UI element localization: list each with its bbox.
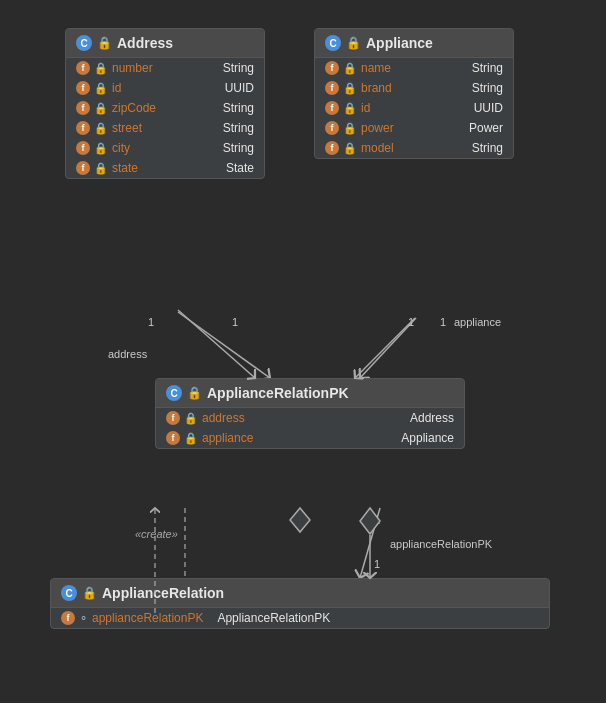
- appliancerelation-class-header: C 🔒 ApplianceRelation: [51, 579, 549, 608]
- field-name-addr: address: [202, 411, 257, 425]
- mult-label-1b: 1: [232, 316, 238, 328]
- lock-icon: 🔒: [184, 412, 198, 425]
- field-name-name: name: [361, 61, 416, 75]
- field-type-id: UUID: [225, 81, 254, 95]
- arpk-field-appliance: f 🔒 appliance Appliance: [156, 428, 464, 448]
- appliance-class-name: Appliance: [366, 35, 433, 51]
- appliance-field-name: f 🔒 name String: [315, 58, 513, 78]
- class-icon-address: C: [76, 35, 92, 51]
- field-type-addr: Address: [410, 411, 454, 425]
- field-name-power: power: [361, 121, 416, 135]
- appliance-rel-label: appliance: [454, 316, 501, 328]
- field-type-power: Power: [469, 121, 503, 135]
- address-class-header: C 🔒 Address: [66, 29, 264, 58]
- field-icon-f: f: [76, 141, 90, 155]
- appliance-field-model: f 🔒 model String: [315, 138, 513, 158]
- svg-line-8: [355, 318, 415, 378]
- field-icon-f: f: [61, 611, 75, 625]
- lock-icon: 🔒: [94, 122, 108, 135]
- appliance-field-power: f 🔒 power Power: [315, 118, 513, 138]
- address-field-city: f 🔒 city String: [66, 138, 264, 158]
- field-icon-f: f: [76, 101, 90, 115]
- appliance-field-brand: f 🔒 brand String: [315, 78, 513, 98]
- field-name-arpk: applianceRelationPK: [92, 611, 203, 625]
- field-name-model: model: [361, 141, 416, 155]
- field-name-city: city: [112, 141, 167, 155]
- field-icon-f: f: [76, 81, 90, 95]
- field-icon-f: f: [325, 141, 339, 155]
- lock-icon: 🔒: [343, 82, 357, 95]
- field-icon-f: f: [325, 61, 339, 75]
- appliance-class-box: C 🔒 Appliance f 🔒 name String f 🔒 brand …: [314, 28, 514, 159]
- arpk-rel-label: applianceRelationPK: [390, 538, 492, 550]
- lock-icon: 🔒: [184, 432, 198, 445]
- ar-field-arpk: f ⚬ applianceRelationPK ApplianceRelatio…: [51, 608, 549, 628]
- field-type-name: String: [472, 61, 503, 75]
- svg-line-7: [178, 310, 255, 378]
- field-type-city: String: [223, 141, 254, 155]
- field-icon-f: f: [325, 81, 339, 95]
- svg-marker-5: [290, 508, 310, 532]
- field-type-brand: String: [472, 81, 503, 95]
- field-icon-f: f: [76, 61, 90, 75]
- class-icon-arpk: C: [166, 385, 182, 401]
- address-class-name: Address: [117, 35, 173, 51]
- class-icon-ar: C: [61, 585, 77, 601]
- mult-label-1c: 1: [408, 316, 414, 328]
- appliancerelationpk-class-box: C 🔒 ApplianceRelationPK f 🔒 address Addr…: [155, 378, 465, 449]
- green-icon-ar: 🔒: [82, 586, 97, 600]
- field-name-id: id: [112, 81, 167, 95]
- field-icon-f: f: [166, 411, 180, 425]
- field-type-zipcode: String: [223, 101, 254, 115]
- green-icon-appliance: 🔒: [346, 36, 361, 50]
- appliance-class-header: C 🔒 Appliance: [315, 29, 513, 58]
- svg-line-1: [178, 312, 270, 378]
- field-name-street: street: [112, 121, 167, 135]
- mult-label-1a: 1: [148, 316, 154, 328]
- lock-icon: 🔒: [94, 62, 108, 75]
- field-type-number: String: [223, 61, 254, 75]
- field-type-model: String: [472, 141, 503, 155]
- field-type-id-appl: UUID: [474, 101, 503, 115]
- class-icon-appliance: C: [325, 35, 341, 51]
- mult-label-1d: 1: [440, 316, 446, 328]
- address-field-zipcode: f 🔒 zipCode String: [66, 98, 264, 118]
- appliancerelationpk-class-header: C 🔒 ApplianceRelationPK: [156, 379, 464, 408]
- field-name-appl: appliance: [202, 431, 257, 445]
- field-name-brand: brand: [361, 81, 416, 95]
- open-circle-icon: ⚬: [79, 612, 88, 625]
- lock-icon: 🔒: [343, 142, 357, 155]
- mult-label-1e: 1: [374, 514, 380, 526]
- field-type-street: String: [223, 121, 254, 135]
- field-type-appl: Appliance: [401, 431, 454, 445]
- address-field-state: f 🔒 state State: [66, 158, 264, 178]
- address-field-number: f 🔒 number String: [66, 58, 264, 78]
- lock-icon: 🔒: [343, 102, 357, 115]
- field-icon-f: f: [76, 121, 90, 135]
- lock-icon: 🔒: [94, 142, 108, 155]
- field-icon-f: f: [166, 431, 180, 445]
- lock-icon: 🔒: [94, 162, 108, 175]
- field-icon-f: f: [325, 121, 339, 135]
- field-name-state: state: [112, 161, 167, 175]
- appliancerelation-class-name: ApplianceRelation: [102, 585, 224, 601]
- diagram-canvas: C 🔒 Address f 🔒 number String f 🔒 id UUI…: [0, 0, 606, 703]
- green-icon-address: 🔒: [97, 36, 112, 50]
- create-stereotype-label: «create»: [135, 528, 178, 540]
- address-rel-label: address: [108, 348, 147, 360]
- appliancerelation-class-box: C 🔒 ApplianceRelation f ⚬ applianceRelat…: [50, 578, 550, 629]
- lock-icon: 🔒: [94, 102, 108, 115]
- arpk-field-address: f 🔒 address Address: [156, 408, 464, 428]
- field-type-arpk: ApplianceRelationPK: [217, 611, 330, 625]
- field-icon-f: f: [76, 161, 90, 175]
- field-icon-f: f: [325, 101, 339, 115]
- field-name-zipcode: zipCode: [112, 101, 167, 115]
- field-name-number: number: [112, 61, 167, 75]
- address-field-street: f 🔒 street String: [66, 118, 264, 138]
- appliancerelationpk-class-name: ApplianceRelationPK: [207, 385, 349, 401]
- lock-icon: 🔒: [94, 82, 108, 95]
- green-icon-arpk: 🔒: [187, 386, 202, 400]
- field-type-state: State: [226, 161, 254, 175]
- lock-icon: 🔒: [343, 62, 357, 75]
- address-class-box: C 🔒 Address f 🔒 number String f 🔒 id UUI…: [65, 28, 265, 179]
